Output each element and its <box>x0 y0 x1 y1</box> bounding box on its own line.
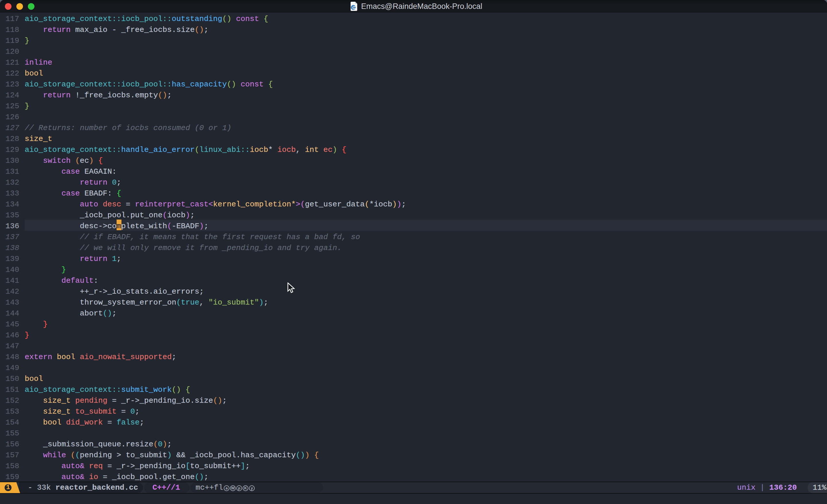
svg-text:+: + <box>354 7 356 10</box>
